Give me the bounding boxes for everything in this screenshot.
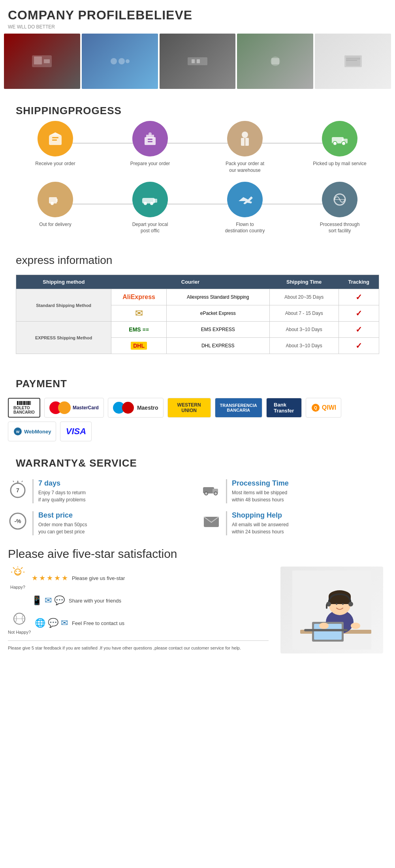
fivestar-left: Happy? ★ ★ ★ ★ ★ Please give us five-sta… bbox=[8, 567, 269, 653]
bt-text: BankTransfer bbox=[274, 402, 294, 414]
svg-text:Q: Q bbox=[314, 406, 317, 410]
fivestar-content: Happy? ★ ★ ★ ★ ★ Please give us five-sta… bbox=[8, 567, 387, 653]
truck-icon bbox=[201, 479, 221, 503]
qiwi-text: QIWI bbox=[322, 404, 336, 411]
svg-point-75 bbox=[348, 602, 353, 606]
wu-text: WESTERNUNION bbox=[177, 402, 201, 413]
svg-line-47 bbox=[13, 481, 14, 482]
step-delivery-label: Out for delivery bbox=[39, 221, 71, 228]
warranty-processing-content: Processing Time Most items will be shipp… bbox=[232, 479, 387, 503]
aliexpress-time-cell: About 20~35 Days bbox=[269, 289, 339, 305]
footer-text: Please give 5 star feedback if you are s… bbox=[8, 640, 269, 651]
svg-rect-81 bbox=[304, 629, 348, 631]
check-icon: ✓ bbox=[356, 341, 362, 350]
payment-logos: BOLETOBANCARIO MasterCard Maestro WESTER… bbox=[8, 398, 387, 441]
svg-text:7: 7 bbox=[16, 487, 19, 493]
step-pickup-label: Picked up by mail service bbox=[313, 160, 366, 167]
svg-point-3 bbox=[111, 58, 117, 64]
photo-4 bbox=[237, 34, 313, 89]
photo-strip bbox=[0, 34, 395, 89]
step-pack: Pack your order atour warehouse bbox=[203, 121, 286, 174]
svg-text:-%: -% bbox=[14, 518, 21, 524]
epacket-icon: ✉ bbox=[135, 308, 143, 318]
payment-western-union: WESTERNUNION bbox=[167, 398, 211, 418]
check-icon: ✓ bbox=[356, 325, 362, 334]
col-method: Shipping method bbox=[16, 275, 111, 289]
payment-title: PAYMENT bbox=[8, 374, 387, 394]
payment-mastercard: MasterCard bbox=[44, 398, 104, 418]
warranty-section: WARRANTY& SERVICE 7 7 days Enjoy 7 days … bbox=[0, 449, 395, 543]
contact-phone-icon: 🌐 bbox=[35, 618, 45, 628]
payment-boleto: BOLETOBANCARIO bbox=[8, 398, 40, 418]
check-icon: ✓ bbox=[356, 309, 362, 318]
payment-transferencia: TRANSFERENCIABANCARIA bbox=[215, 398, 262, 418]
svg-point-78 bbox=[342, 603, 344, 605]
boleto-label: BOLETOBANCARIO bbox=[13, 406, 35, 414]
aliexpress-logo: AliExpress bbox=[122, 294, 155, 300]
svg-marker-16 bbox=[49, 132, 62, 136]
express-section: express information Shipping method Cour… bbox=[0, 250, 395, 370]
divider bbox=[226, 511, 227, 535]
share-text: Share with your friends bbox=[69, 598, 121, 604]
not-happy-icon bbox=[11, 612, 27, 629]
step-sort-label: Processed throughsort facility bbox=[320, 221, 360, 235]
svg-rect-22 bbox=[148, 141, 152, 142]
star-2: ★ bbox=[39, 574, 45, 582]
svg-point-24 bbox=[242, 132, 248, 138]
step-prepare-icon bbox=[132, 121, 168, 156]
svg-rect-7 bbox=[192, 59, 195, 63]
svg-point-37 bbox=[150, 202, 153, 205]
not-happy-label: Not Happy? bbox=[8, 630, 31, 635]
company-title: COMPANY PROFILEBELIEVE bbox=[8, 8, 387, 23]
discount-icon: -% bbox=[8, 511, 28, 535]
svg-rect-33 bbox=[56, 199, 58, 202]
fivestar-text: Please give us five-star bbox=[72, 575, 125, 581]
ems-logo-cell: EMS ≡≡ bbox=[111, 322, 167, 338]
warranty-help-content: Shopping Help All emails will be answere… bbox=[232, 511, 387, 535]
step-depart-icon bbox=[132, 182, 168, 217]
contact-icons: 🌐 💬 ✉ bbox=[35, 618, 68, 628]
warranty-7days-content: 7 days Enjoy 7 days to returmif any qual… bbox=[38, 479, 194, 503]
warranty-title: WARRANTY& SERVICE bbox=[8, 453, 387, 473]
svg-rect-10 bbox=[271, 58, 279, 64]
warranty-processing-desc: Most items will be shippedwithin 48 busi… bbox=[232, 489, 387, 503]
maestro-red-circle bbox=[122, 402, 134, 414]
dhl-logo: DHL bbox=[131, 342, 147, 350]
step-pickup: Picked up by mail service bbox=[298, 121, 381, 167]
step-prepare: Prepare your order bbox=[108, 121, 192, 167]
svg-point-23 bbox=[149, 132, 152, 136]
aliexpress-tracking-cell: ✓ bbox=[339, 289, 379, 305]
dhl-logo-cell: DHL bbox=[111, 338, 167, 354]
svg-point-64 bbox=[16, 571, 17, 572]
shipping-progress-section: SHIPPINGPROGESS Receive your order Prepa… bbox=[0, 97, 395, 250]
dhl-name-cell: DHL EXPRESS bbox=[166, 338, 269, 354]
svg-point-32 bbox=[51, 202, 54, 205]
customer-rep-image bbox=[280, 567, 383, 653]
warranty-price-title: Best price bbox=[38, 511, 194, 520]
svg-point-83 bbox=[351, 623, 360, 629]
star-1: ★ bbox=[32, 574, 38, 582]
photo-2 bbox=[82, 34, 158, 89]
payment-webmoney: W WebMoney bbox=[8, 422, 56, 441]
divider bbox=[226, 479, 227, 503]
ems-tracking-cell: ✓ bbox=[339, 322, 379, 338]
ems-name-cell: EMS EXPRESS bbox=[166, 322, 269, 338]
step-pack-icon bbox=[227, 121, 263, 156]
svg-point-54 bbox=[214, 492, 217, 495]
svg-rect-21 bbox=[148, 139, 152, 140]
svg-text:W: W bbox=[16, 430, 20, 434]
fivestar-nothappy-row: Not Happy? 🌐 💬 ✉ Feel Free to contact us bbox=[8, 612, 269, 635]
step-prepare-label: Prepare your order bbox=[130, 160, 170, 167]
svg-point-30 bbox=[342, 141, 346, 145]
svg-line-48 bbox=[22, 481, 23, 482]
email-icon: ✉ bbox=[45, 595, 52, 606]
fivestar-section: Please aive five-star satisfaction Happy… bbox=[0, 543, 395, 661]
svg-rect-35 bbox=[153, 199, 157, 203]
wm-text: WebMoney bbox=[24, 429, 51, 435]
star-3: ★ bbox=[47, 574, 53, 582]
fivestar-share-row: 📱 ✉ 💬 Share with your friends bbox=[8, 595, 269, 606]
progress-row-2: Out for delivery Depart your localpost o… bbox=[8, 182, 387, 235]
step-depart-label: Depart your localpost offic bbox=[132, 221, 168, 235]
fivestar-title: Please aive five-star satisfaction bbox=[8, 547, 387, 561]
step-delivery-icon bbox=[38, 182, 73, 217]
